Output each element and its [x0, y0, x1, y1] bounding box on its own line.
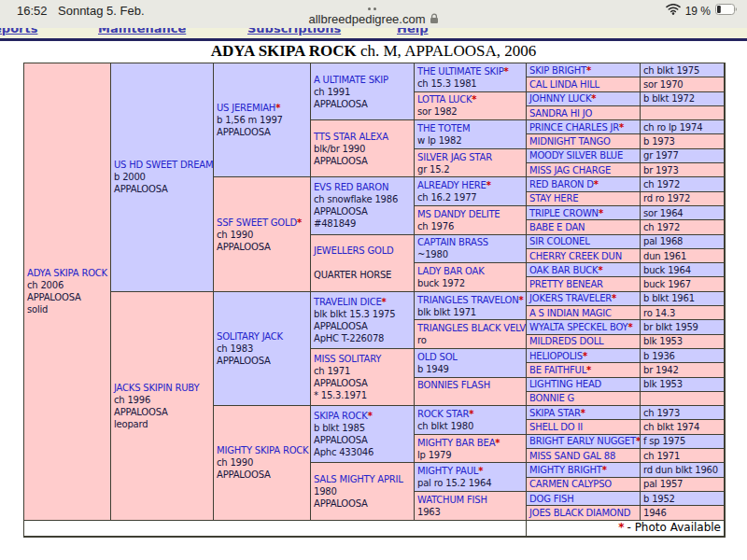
horse-link[interactable]: MS DANDY DELITE	[417, 208, 526, 220]
horse-link[interactable]: SANDRA HI JO	[529, 107, 640, 119]
horse-link[interactable]: JOHNNY LUCK*	[529, 92, 640, 105]
pedigree-cell-gen6-name: CHERRY CREEK DUN	[527, 249, 641, 263]
pedigree-cell-gen6-name: MILDREDS DOLL	[527, 335, 641, 349]
horse-link[interactable]: MIGHTY BAR BEA*	[417, 437, 526, 449]
horse-detail: ~1980	[417, 248, 526, 260]
horse-detail: b blkt 1961	[643, 292, 724, 304]
horse-link[interactable]: MIGHTY SKIPA ROCK	[217, 444, 310, 456]
legend-star: *	[618, 522, 624, 534]
horse-link[interactable]: WATCHUM FISH	[417, 494, 526, 506]
horse-link[interactable]: TRIANGLES BLACK VELVET	[417, 322, 526, 334]
horse-link[interactable]: SIR COLONEL	[529, 235, 640, 247]
horse-link[interactable]: LIGHTING HEAD	[529, 378, 640, 390]
horse-link[interactable]: LOTTA LUCK*	[417, 93, 526, 105]
horse-link[interactable]: SHELL DO II	[529, 421, 640, 433]
horse-link[interactable]: ALREADY HERE*	[417, 179, 526, 191]
horse-link[interactable]: MISS JAG CHARGE	[529, 164, 640, 176]
horse-link[interactable]: SKIP BRIGHT*	[529, 64, 640, 77]
horse-link[interactable]: US HD SWEET DREAM*	[114, 159, 213, 171]
pedigree-cell-gen6-name: STAY HERE	[527, 192, 641, 206]
pedigree-cell-gen5: TRIANGLES TRAVELON*blk blkt 1971	[415, 292, 527, 321]
horse-link[interactable]: US JEREMIAH*	[217, 102, 310, 114]
battery-icon	[715, 4, 738, 18]
horse-detail: buck 1964	[643, 264, 724, 276]
pedigree-cell-gen6-name: SIR COLONEL	[527, 235, 641, 249]
horse-link[interactable]: SOLITARY JACK	[217, 330, 310, 343]
horse-link[interactable]: SKIPA ROCK*	[314, 410, 414, 422]
horse-link[interactable]: MIGHTY PAUL*	[417, 465, 526, 477]
pedigree-cell-gen6-detail: br blkt 1959	[641, 320, 725, 334]
horse-link[interactable]: THE ULTIMATE SKIP*	[417, 65, 526, 77]
horse-link[interactable]: ROCK STAR*	[417, 408, 526, 420]
horse-link[interactable]: MIDNIGHT TANGO	[529, 135, 640, 147]
nav-item-subscriptions[interactable]: Subscriptions	[247, 28, 341, 35]
horse-link[interactable]: HELIOPOLIS*	[529, 350, 640, 362]
horse-link[interactable]: PRINCE CHARLES JR*	[529, 121, 640, 133]
address-bar[interactable]: allbreedpedigree.com	[0, 12, 747, 26]
horse-detail: #481849	[314, 217, 414, 230]
horse-detail: ch 1971	[314, 365, 414, 377]
pedigree-cell-gen5: WATCHUM FISH1963	[415, 492, 527, 521]
pedigree-cell-gen6-detail: pal 1957	[641, 478, 725, 492]
pedigree-cell-gen6-detail: ch blkt 1974	[641, 420, 725, 434]
horse-link[interactable]: CAPTAIN BRASS	[417, 236, 526, 248]
horse-link[interactable]: TTS STAR ALEXA	[314, 131, 414, 143]
horse-detail: blk blkt 15.3 1975	[314, 308, 414, 320]
horse-detail: gr 15.2	[417, 163, 526, 175]
horse-link[interactable]: ADYA SKIPA ROCK	[27, 267, 110, 279]
horse-link[interactable]: SALS MIGHTY APRIL	[314, 473, 414, 485]
pedigree-cell-gen4: EVS RED BARONch snowflake 1986APPALOOSA#…	[311, 177, 415, 234]
nav-item-reports[interactable]: Reports	[0, 28, 37, 35]
horse-link[interactable]: STAY HERE	[529, 192, 640, 204]
horse-detail: gr 1977	[643, 149, 724, 161]
horse-detail: APPALOOSA	[314, 155, 414, 167]
pedigree-cell-gen6-name: BRIGHT EARLY NUGGET*	[527, 435, 641, 449]
pedigree-cell-gen6-detail	[641, 392, 725, 406]
horse-link[interactable]: BABE E DAN	[529, 221, 640, 233]
horse-link[interactable]: OAK BAR BUCK*	[529, 264, 640, 276]
horse-link[interactable]: TRIANGLES TRAVELON*	[417, 294, 526, 306]
horse-link[interactable]: CARMEN CALYPSO	[529, 478, 640, 490]
horse-link[interactable]: RED BARON D*	[529, 178, 640, 190]
horse-link[interactable]: MISS SOLITARY	[314, 353, 414, 365]
horse-link[interactable]: MOODY SILVER BLUE	[529, 149, 640, 161]
pedigree-cell-gen6-name: JOKERS TRAVELER*	[527, 292, 641, 306]
horse-link[interactable]: CAL LINDA HILL	[529, 78, 640, 91]
horse-link[interactable]: MISS SAND GAL 88	[529, 450, 640, 462]
horse-link[interactable]: BRIGHT EARLY NUGGET*	[529, 435, 640, 447]
horse-link[interactable]: OLD SOL	[417, 351, 526, 363]
horse-link[interactable]: SSF SWEET GOLD*	[217, 217, 310, 229]
horse-link[interactable]: BE FAITHFUL*	[529, 364, 640, 376]
horse-link[interactable]: THE TOTEM	[417, 122, 526, 134]
horse-link[interactable]: WYALTA SPECKEL BOY*	[529, 321, 640, 333]
horse-link[interactable]: A S INDIAN MAGIC	[529, 307, 640, 319]
horse-detail: 1980	[314, 485, 414, 497]
horse-link[interactable]: CHERRY CREEK DUN	[529, 250, 640, 262]
horse-link[interactable]: JACKS SKIPIN RUBY	[114, 382, 213, 394]
horse-link[interactable]: MIGHTY BRIGHT*	[529, 464, 640, 476]
horse-link[interactable]: EVS RED BARON	[314, 181, 414, 193]
pedigree-cell-gen6-name: MISS JAG CHARGE	[527, 163, 641, 177]
pedigree-cell-gen6-detail: pal 1968	[641, 235, 725, 249]
nav-item-help[interactable]: Help	[397, 28, 428, 35]
horse-link[interactable]: TRAVELIN DICE*	[314, 296, 414, 308]
horse-link[interactable]: PRETTY BENEAR	[529, 278, 640, 290]
nav-item-maintenance[interactable]: Maintenance	[98, 28, 186, 35]
horse-link[interactable]: A ULTIMATE SKIP	[314, 74, 414, 86]
horse-link[interactable]: MILDREDS DOLL	[529, 335, 640, 347]
horse-link[interactable]: TRIPLE CROWN*	[529, 207, 640, 219]
horse-detail	[417, 391, 526, 403]
horse-link[interactable]: JOKERS TRAVELER*	[529, 292, 640, 304]
horse-detail: * 15.3.1971	[314, 389, 414, 401]
horse-link[interactable]: JOES BLACK DIAMOND	[529, 507, 640, 519]
photo-available-star: *	[297, 217, 302, 228]
pedigree-cell-gen3: US JEREMIAH*b 1,56 m 1997APPALOOSA	[214, 63, 311, 177]
horse-link[interactable]: BONNIES FLASH	[417, 379, 526, 391]
pedigree-cell-gen1: ADYA SKIPA ROCKch 2006APPALOOSAsolid	[24, 63, 111, 521]
horse-link[interactable]: LADY BAR OAK	[417, 265, 526, 277]
horse-link[interactable]: DOG FISH	[529, 493, 640, 505]
horse-link[interactable]: JEWELLERS GOLD	[314, 245, 414, 257]
horse-link[interactable]: SKIPA STAR*	[529, 407, 640, 419]
horse-link[interactable]: BONNIE G	[529, 392, 640, 404]
horse-link[interactable]: SILVER JAG STAR	[417, 151, 526, 163]
